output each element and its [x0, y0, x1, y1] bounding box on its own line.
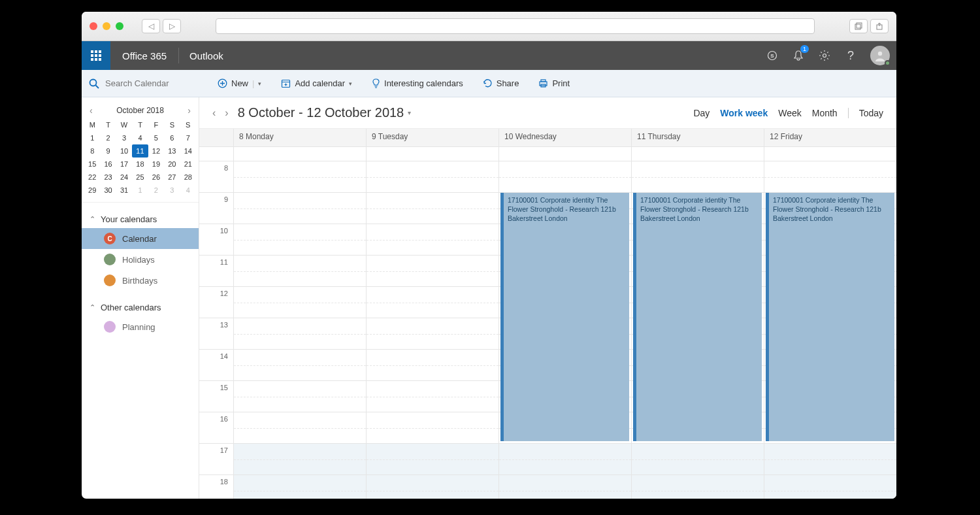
mini-calendar-day[interactable]: 17	[116, 158, 132, 171]
day-header[interactable]: 11 Thursday	[631, 129, 764, 146]
range-title[interactable]: 8 October - 12 October 2018	[238, 105, 404, 120]
mini-calendar-day[interactable]: 22	[84, 171, 100, 184]
mini-calendar-day[interactable]: 2	[100, 131, 116, 144]
tabs-button[interactable]	[849, 19, 868, 33]
add-calendar-button[interactable]: Add calendar ▾	[281, 78, 352, 88]
time-cell[interactable]	[233, 475, 366, 499]
notifications-button[interactable]: 1	[792, 49, 805, 62]
mini-calendar-day[interactable]: 5	[148, 131, 164, 144]
address-bar[interactable]	[216, 18, 815, 34]
view-day[interactable]: Day	[693, 108, 710, 118]
mini-calendar-day[interactable]: 18	[132, 158, 148, 171]
time-cell[interactable]	[233, 287, 366, 318]
mini-calendar-day[interactable]: 15	[84, 158, 100, 171]
maximize-window-button[interactable]	[116, 22, 123, 30]
search-box[interactable]	[88, 78, 206, 90]
mini-calendar-day[interactable]: 2	[148, 184, 164, 197]
mini-calendar-day[interactable]: 16	[100, 158, 116, 171]
help-button[interactable]: ?	[844, 49, 857, 62]
all-day-cell[interactable]	[233, 147, 366, 161]
your-calendars-header[interactable]: ⌃ Your calendars	[82, 210, 199, 228]
mini-calendar-day[interactable]: 3	[116, 131, 132, 144]
time-cell[interactable]	[764, 475, 896, 499]
app-launcher[interactable]	[82, 41, 110, 70]
time-cell[interactable]	[366, 350, 498, 380]
time-grid[interactable]: 89101112131415161718 17100001 Corporate …	[199, 161, 896, 499]
next-month-button[interactable]: ›	[188, 105, 191, 116]
mini-calendar-day[interactable]: 24	[116, 171, 132, 184]
day-header[interactable]: 9 Tuesday	[366, 129, 498, 146]
time-cell[interactable]	[366, 287, 498, 318]
calendar-event[interactable]: 17100001 Corporate identity The Flower S…	[500, 193, 629, 441]
back-button[interactable]: ◁	[142, 19, 160, 33]
skype-icon[interactable]: S	[766, 49, 779, 62]
calendar-event[interactable]: 17100001 Corporate identity The Flower S…	[766, 193, 894, 441]
interesting-calendars-button[interactable]: Interesting calendars	[372, 78, 463, 88]
today-button[interactable]: Today	[859, 108, 883, 118]
mini-calendar-day[interactable]: 26	[148, 171, 164, 184]
time-cell[interactable]	[764, 444, 896, 474]
print-button[interactable]: Print	[538, 78, 570, 88]
day-header[interactable]: 12 Friday	[764, 129, 896, 146]
calendar-item[interactable]: Planning	[82, 316, 199, 337]
time-cell[interactable]	[233, 412, 366, 443]
all-day-cell[interactable]	[366, 147, 498, 161]
mini-calendar-day[interactable]: 11	[132, 144, 148, 158]
time-cell[interactable]	[233, 318, 366, 349]
calendar-event[interactable]: 17100001 Corporate identity The Flower S…	[633, 193, 762, 441]
time-cell[interactable]	[366, 412, 498, 443]
search-input[interactable]	[105, 78, 184, 88]
mini-calendar-day[interactable]: 9	[100, 144, 116, 158]
time-cell[interactable]	[233, 224, 366, 255]
profile-avatar[interactable]	[870, 46, 890, 65]
time-cell[interactable]	[233, 161, 366, 192]
time-cell[interactable]	[366, 161, 498, 192]
share-calendar-button[interactable]: Share	[483, 78, 519, 88]
mini-calendar-day[interactable]: 4	[180, 184, 196, 197]
mini-calendar-day[interactable]: 31	[116, 184, 132, 197]
time-cell[interactable]	[233, 381, 366, 412]
share-button[interactable]	[870, 19, 889, 33]
mini-calendar-day[interactable]: 1	[84, 131, 100, 144]
forward-button[interactable]: ▷	[163, 19, 181, 33]
mini-calendar-day[interactable]: 12	[148, 144, 164, 158]
time-cell[interactable]	[366, 381, 498, 412]
new-button[interactable]: New |▾	[218, 78, 261, 88]
mini-calendar-day[interactable]: 30	[100, 184, 116, 197]
time-cell[interactable]	[233, 256, 366, 286]
mini-calendar-day[interactable]: 4	[132, 131, 148, 144]
view-work-week[interactable]: Work week	[720, 108, 768, 118]
calendar-item[interactable]: CCalendar	[82, 228, 199, 249]
time-cell[interactable]	[764, 161, 896, 192]
time-cell[interactable]	[498, 475, 631, 499]
mini-calendar-day[interactable]: 7	[180, 131, 196, 144]
mini-calendar-day[interactable]: 8	[84, 144, 100, 158]
all-day-cell[interactable]	[631, 147, 764, 161]
mini-calendar-day[interactable]: 21	[180, 158, 196, 171]
time-cell[interactable]	[366, 318, 498, 349]
time-cell[interactable]	[631, 161, 764, 192]
prev-range-button[interactable]: ‹	[212, 107, 216, 119]
mini-calendar-day[interactable]: 13	[164, 144, 180, 158]
time-cell[interactable]	[233, 350, 366, 380]
mini-calendar-day[interactable]: 23	[100, 171, 116, 184]
day-header[interactable]: 10 Wednesday	[498, 129, 631, 146]
minimize-window-button[interactable]	[103, 22, 110, 30]
mini-calendar-day[interactable]: 3	[164, 184, 180, 197]
mini-calendar-day[interactable]: 19	[148, 158, 164, 171]
mini-calendar-day[interactable]: 10	[116, 144, 132, 158]
all-day-cell[interactable]	[498, 147, 631, 161]
time-cell[interactable]	[233, 444, 366, 474]
time-cell[interactable]	[366, 475, 498, 499]
mini-calendar-day[interactable]: 27	[164, 171, 180, 184]
mini-calendar-day[interactable]: 25	[132, 171, 148, 184]
app-name[interactable]: Outlook	[179, 50, 234, 61]
time-cell[interactable]	[631, 475, 764, 499]
time-cell[interactable]	[631, 444, 764, 474]
view-week[interactable]: Week	[778, 108, 802, 118]
close-window-button[interactable]	[90, 22, 97, 30]
view-month[interactable]: Month	[812, 108, 838, 118]
mini-calendar-day[interactable]: 28	[180, 171, 196, 184]
mini-calendar-day[interactable]: 20	[164, 158, 180, 171]
brand-label[interactable]: Office 365	[110, 50, 178, 61]
